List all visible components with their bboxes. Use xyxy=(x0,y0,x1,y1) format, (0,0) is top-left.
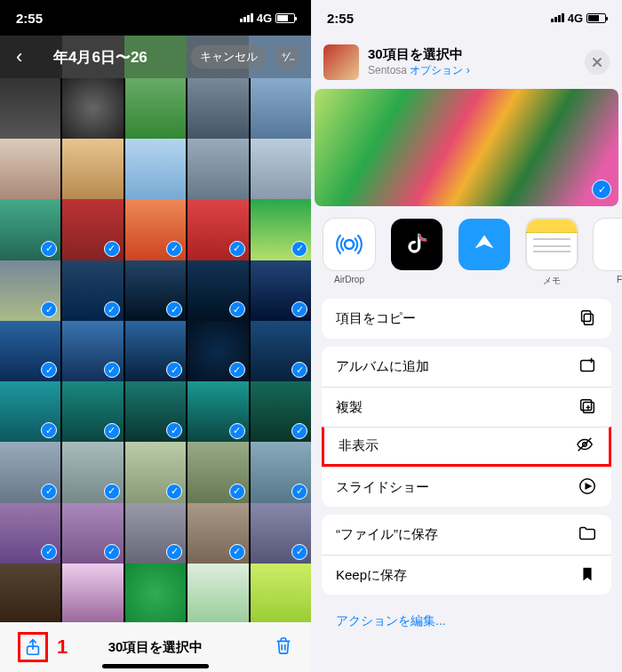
photos-header: ‹ 年4月6日〜26 キャンセル ⁺∕₋ xyxy=(0,36,311,78)
action-group-2: 2 アルバムに追加複製非表示スライドショー xyxy=(322,347,611,507)
photo-thumbnail[interactable]: ✓ xyxy=(62,503,123,564)
action-bookmark[interactable]: Keepに保存 xyxy=(322,555,611,595)
adjust-icon[interactable]: ⁺∕₋ xyxy=(275,44,300,69)
check-icon: ✓ xyxy=(291,484,307,500)
photo-thumbnail[interactable]: ✓ xyxy=(125,321,186,381)
photo-thumbnail[interactable] xyxy=(62,564,123,622)
share-app[interactable]: F xyxy=(594,219,622,293)
share-preview[interactable]: ✓ xyxy=(315,89,618,206)
check-icon: ✓ xyxy=(229,301,245,317)
photo-thumbnail[interactable]: ✓ xyxy=(187,260,248,321)
photo-thumbnail[interactable] xyxy=(125,139,186,199)
photo-thumbnail[interactable]: ✓ xyxy=(62,321,123,381)
photo-thumbnail[interactable]: ✓ xyxy=(0,503,60,564)
check-icon: ✓ xyxy=(166,241,182,257)
action-label: アルバムに追加 xyxy=(336,358,429,375)
share-app[interactable] xyxy=(391,219,443,293)
photo-thumbnail[interactable]: ✓ xyxy=(125,260,186,321)
photo-thumbnail[interactable] xyxy=(187,564,248,622)
annotation-1: 1 xyxy=(57,636,68,659)
photo-thumbnail[interactable]: ✓ xyxy=(187,503,248,564)
photo-thumbnail[interactable]: ✓ xyxy=(0,260,60,321)
edit-actions-button[interactable]: アクションを編集... xyxy=(322,603,611,640)
photo-thumbnail[interactable] xyxy=(251,564,311,622)
folder-icon xyxy=(578,524,597,546)
trash-button[interactable] xyxy=(274,636,293,659)
home-indicator[interactable] xyxy=(102,664,209,668)
action-album-add[interactable]: アルバムに追加 xyxy=(322,347,611,387)
photo-thumbnail[interactable] xyxy=(187,78,248,139)
photo-thumbnail[interactable] xyxy=(0,564,60,622)
check-icon: ✓ xyxy=(291,301,307,317)
back-icon[interactable]: ‹ xyxy=(16,45,22,68)
photo-thumbnail[interactable]: ✓ xyxy=(187,381,248,442)
photo-thumbnail[interactable]: ✓ xyxy=(125,199,186,260)
photo-thumbnail[interactable] xyxy=(62,78,123,139)
share-apps-row[interactable]: AirDropメモF xyxy=(311,206,622,299)
photo-thumbnail[interactable] xyxy=(125,78,186,139)
photo-thumbnail[interactable]: ✓ xyxy=(125,442,186,502)
photo-grid[interactable]: ✓✓✓✓✓✓✓✓✓✓✓✓✓✓✓✓✓✓✓✓✓✓✓✓✓✓✓✓✓✓ xyxy=(0,78,311,622)
app-label: AirDrop xyxy=(334,275,364,284)
photo-thumbnail[interactable]: ✓ xyxy=(251,381,311,442)
photo-thumbnail[interactable]: ✓ xyxy=(251,199,311,260)
status-icons: 4G xyxy=(240,12,295,25)
action-label: Keepに保存 xyxy=(336,567,407,584)
share-app[interactable] xyxy=(459,219,510,293)
photo-thumbnail[interactable] xyxy=(251,139,311,199)
photo-thumbnail[interactable]: ✓ xyxy=(62,260,123,321)
photo-thumbnail[interactable] xyxy=(0,139,60,199)
action-eye-off[interactable]: 非表示 xyxy=(322,427,611,467)
action-group-1: 項目をコピー xyxy=(322,299,611,339)
status-time: 2:55 xyxy=(16,11,43,26)
photo-thumbnail[interactable]: ✓ xyxy=(251,321,311,381)
action-duplicate[interactable]: 複製 xyxy=(322,387,611,427)
photo-thumbnail[interactable]: ✓ xyxy=(251,503,311,564)
photo-thumbnail[interactable]: ✓ xyxy=(0,199,60,260)
action-copy[interactable]: 項目をコピー xyxy=(322,299,611,339)
photo-thumbnail[interactable]: ✓ xyxy=(62,199,123,260)
photo-thumbnail[interactable]: ✓ xyxy=(125,503,186,564)
photo-thumbnail[interactable] xyxy=(0,78,60,139)
share-app[interactable]: メモ xyxy=(526,219,578,293)
photo-thumbnail[interactable]: ✓ xyxy=(187,321,248,381)
photo-thumbnail[interactable] xyxy=(62,139,123,199)
photo-thumbnail[interactable]: ✓ xyxy=(251,260,311,321)
action-play[interactable]: スライドショー xyxy=(322,467,611,507)
duplicate-icon xyxy=(578,396,597,419)
photo-thumbnail[interactable] xyxy=(251,78,311,139)
action-group-3: “ファイル”に保存Keepに保存 xyxy=(322,515,611,595)
action-label: 項目をコピー xyxy=(336,310,416,327)
svg-rect-2 xyxy=(584,314,593,324)
photo-thumbnail[interactable] xyxy=(187,139,248,199)
photo-thumbnail[interactable]: ✓ xyxy=(187,442,248,502)
photo-thumbnail[interactable]: ✓ xyxy=(0,381,60,442)
photo-thumbnail[interactable] xyxy=(125,564,186,622)
share-button[interactable] xyxy=(18,632,48,662)
photos-selection-screen: 2:55 4G ‹ 年4月6日〜26 キャンセル ⁺∕₋ ✓✓✓✓✓✓✓✓✓✓✓… xyxy=(0,0,311,672)
photo-thumbnail[interactable]: ✓ xyxy=(187,199,248,260)
photo-thumbnail[interactable]: ✓ xyxy=(125,381,186,442)
photo-thumbnail[interactable]: ✓ xyxy=(251,442,311,502)
share-app[interactable]: AirDrop xyxy=(323,219,375,293)
photo-thumbnail[interactable]: ✓ xyxy=(0,321,60,381)
app-label: メモ xyxy=(543,275,561,287)
photo-thumbnail[interactable]: ✓ xyxy=(0,442,60,502)
share-title: 30項目を選択中 xyxy=(368,46,576,63)
share-thumbnail xyxy=(323,44,359,80)
share-actions: 項目をコピー 2 アルバムに追加複製非表示スライドショー “ファイル”に保存Ke… xyxy=(311,299,622,672)
photo-thumbnail[interactable]: ✓ xyxy=(62,381,123,442)
cancel-button[interactable]: キャンセル xyxy=(191,45,267,68)
photo-thumbnail[interactable]: ✓ xyxy=(62,442,123,502)
close-button[interactable] xyxy=(585,50,610,75)
network-label: 4G xyxy=(568,12,583,25)
share-header: 30項目を選択中 Sentosa オプション › xyxy=(311,36,622,89)
action-folder[interactable]: “ファイル”に保存 xyxy=(322,515,611,555)
share-subtitle[interactable]: Sentosa オプション › xyxy=(368,63,576,78)
check-icon: ✓ xyxy=(104,362,120,378)
airdrop-icon xyxy=(323,219,375,270)
wing-icon xyxy=(459,219,510,270)
status-bar: 2:55 4G xyxy=(0,0,311,36)
album-add-icon xyxy=(578,356,597,378)
check-icon: ✓ xyxy=(592,180,611,199)
